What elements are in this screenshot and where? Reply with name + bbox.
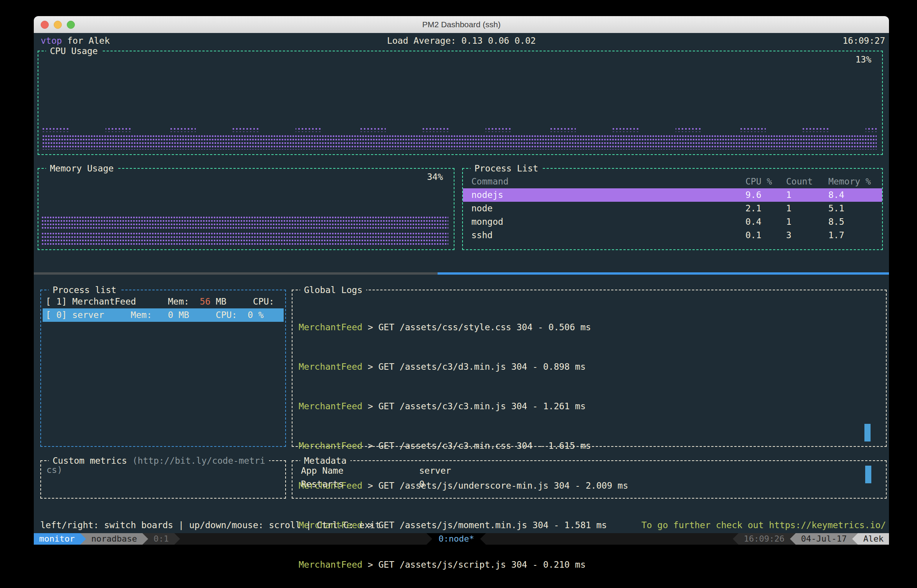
- cpu-percent: 13%: [855, 54, 871, 64]
- metadata-row: App Nameserver: [301, 464, 451, 477]
- log-line: MerchantFeed > GET /assets/c3/c3.min.js …: [299, 400, 628, 413]
- cell-memory: 5.1: [828, 202, 882, 215]
- custom-metrics-title: Custom metrics (http://bit.ly/code-metri: [49, 455, 269, 466]
- table-row[interactable]: mongod 0.4 1 8.5: [463, 215, 882, 229]
- table-row[interactable]: nodejs 9.6 1 8.4: [463, 188, 882, 202]
- log-line: MerchantFeed > GET /assets/css/style.css…: [299, 321, 628, 334]
- cell-cpu: 0.4: [745, 215, 786, 229]
- logs-scrollbar-thumb[interactable]: [864, 424, 871, 441]
- help-bar: left/right: switch boards | up/down/mous…: [34, 519, 889, 532]
- metadata-row: Restarts0: [301, 478, 425, 491]
- cell-command: nodejs: [471, 188, 745, 202]
- tmux-clock: 16:09:26: [739, 533, 790, 545]
- zoom-button[interactable]: [67, 21, 75, 29]
- memory-graph-band-2: [41, 232, 448, 247]
- cell-command: sshd: [471, 229, 745, 242]
- powerline-arrow-icon: [174, 533, 180, 545]
- process-row-text: [ 1] MerchantFeed Mem:: [46, 296, 200, 306]
- powerline-arrow-icon: [790, 533, 796, 545]
- powerline-arrow-icon: [733, 533, 739, 545]
- tmux-status-bar: monitor noradbase 0:1 0:node* 16:09:26 0…: [34, 533, 889, 545]
- metadata-key: Restarts: [301, 478, 419, 491]
- memory-panel-title: Memory Usage: [46, 163, 117, 174]
- log-line: MerchantFeed > GET /assets/c3/c3.min.css…: [299, 439, 628, 452]
- cell-count: 1: [786, 215, 828, 229]
- memory-usage-panel: Memory Usage 34%: [38, 168, 454, 250]
- window-title: PM2 Dashboard (ssh): [422, 20, 501, 29]
- cpu-panel-title: CPU Usage: [46, 45, 102, 57]
- memory-percent: 34%: [427, 172, 443, 182]
- keymetrics-link: To go further check out https://keymetri…: [641, 519, 886, 532]
- tmux-pane-id: 0:1: [148, 533, 174, 545]
- process-mem-value: 56: [200, 296, 211, 306]
- clock: 16:09:27: [843, 34, 885, 48]
- cell-cpu: 9.6: [745, 188, 786, 202]
- cell-memory: 8.4: [828, 188, 882, 202]
- cell-cpu: 2.1: [745, 202, 786, 215]
- pm2-process-list-title: Process list: [49, 284, 120, 296]
- cell-command: node: [471, 202, 745, 215]
- metadata-scrollbar-thumb[interactable]: [865, 466, 871, 483]
- minimize-button[interactable]: [54, 21, 62, 29]
- tmux-bar-spacer: [180, 533, 427, 545]
- powerline-arrow-icon: [852, 533, 858, 545]
- tmux-active-window[interactable]: 0:node*: [426, 533, 486, 545]
- global-logs-panel: Global Logs MerchantFeed > GET /assets/c…: [292, 290, 887, 447]
- keyboard-hints: left/right: switch boards | up/down/mous…: [40, 519, 380, 532]
- col-command: Command: [471, 175, 745, 188]
- tmux-session-name[interactable]: monitor: [34, 533, 80, 545]
- pm2-process-list-panel: Process list [ 1] MerchantFeed Mem: 56 M…: [40, 290, 286, 447]
- cell-count: 3: [786, 229, 828, 242]
- col-count: Count: [786, 175, 828, 188]
- powerline-notch-icon: [426, 533, 432, 545]
- vtop-header: vtop for Alek Load Average: 0.13 0.06 0.…: [34, 34, 889, 48]
- custom-metrics-panel: Custom metrics (http://bit.ly/code-metri…: [40, 460, 286, 499]
- log-line: MerchantFeed > GET /assets/js/script.js …: [299, 558, 628, 571]
- custom-metrics-title-overflow: cs): [46, 463, 63, 476]
- metadata-panel: Metadata App Nameserver Restarts0: [292, 460, 887, 499]
- tmux-username: Alek: [858, 533, 889, 545]
- tmux-date: 04-Jul-17: [796, 533, 852, 545]
- memory-graph-band-1: [41, 216, 448, 231]
- log-line: MerchantFeed > GET /assets/c3/d3.min.js …: [299, 360, 628, 373]
- process-table: Command CPU % Count Memory % nodejs 9.6 …: [463, 175, 882, 242]
- cell-memory: 8.5: [828, 215, 882, 229]
- cell-cpu: 0.1: [745, 229, 786, 242]
- terminal-window: PM2 Dashboard (ssh) vtop for Alek Load A…: [34, 16, 889, 545]
- list-item-selected[interactable]: [ 0] server Mem: 0 MB CPU: 0 %: [43, 308, 284, 322]
- tmux-window-label: 0:node*: [432, 533, 480, 545]
- cpu-graph: [42, 135, 877, 150]
- close-button[interactable]: [41, 21, 49, 29]
- cell-command: mongod: [471, 215, 745, 229]
- process-row-text: [ 0] server Mem: 0 MB CPU: 0 %: [46, 310, 264, 320]
- cpu-usage-panel: CPU Usage 13%: [38, 51, 883, 155]
- cell-count: 1: [786, 202, 828, 215]
- terminal-content: vtop for Alek Load Average: 0.13 0.06 0.…: [34, 33, 889, 545]
- titlebar[interactable]: PM2 Dashboard (ssh): [34, 16, 889, 33]
- cell-memory: 1.7: [828, 229, 882, 242]
- metadata-key: App Name: [301, 464, 419, 477]
- tmux-hostname: noradbase: [86, 533, 142, 545]
- table-row[interactable]: node 2.1 1 5.1: [463, 202, 882, 215]
- list-item[interactable]: [ 1] MerchantFeed Mem: 56 MB CPU:: [43, 295, 284, 308]
- col-memory: Memory %: [828, 175, 882, 188]
- metadata-value: server: [419, 466, 451, 476]
- process-table-header: Command CPU % Count Memory %: [463, 175, 882, 188]
- process-row-text: MB CPU:: [210, 296, 274, 306]
- powerline-notch-icon: [480, 533, 486, 545]
- powerline-arrow-icon: [80, 533, 86, 545]
- pane-divider-active[interactable]: [438, 272, 889, 275]
- pane-divider-inactive[interactable]: [34, 272, 438, 275]
- table-row[interactable]: sshd 0.1 3 1.7: [463, 229, 882, 242]
- tmux-bar-spacer: [486, 533, 733, 545]
- cpu-graph-sparse-dots: [42, 128, 877, 132]
- metadata-value: 0: [419, 479, 425, 489]
- process-list-panel: Process List Command CPU % Count Memory …: [462, 168, 883, 250]
- powerline-arrow-icon: [142, 533, 148, 545]
- col-cpu: CPU %: [745, 175, 786, 188]
- process-list-title: Process List: [471, 163, 542, 174]
- cell-count: 1: [786, 188, 828, 202]
- load-average: Load Average: 0.13 0.06 0.02: [34, 34, 889, 48]
